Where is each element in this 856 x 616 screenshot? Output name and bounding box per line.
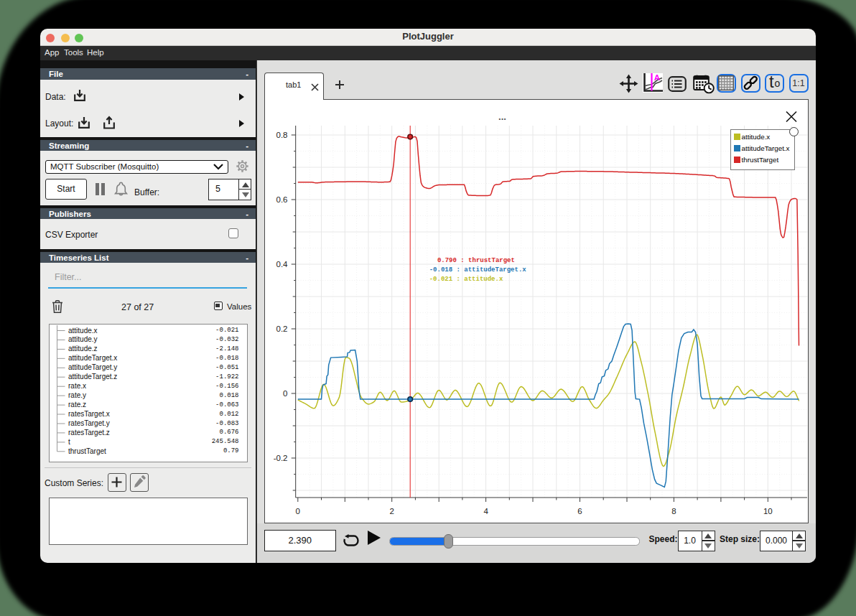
svg-text:0.6: 0.6 (276, 195, 288, 204)
svg-text:0.4: 0.4 (276, 260, 289, 269)
svg-text:-0.021 : attitude.x: -0.021 : attitude.x (429, 275, 503, 282)
svg-text:8: 8 (671, 507, 676, 515)
svg-text:0.2: 0.2 (276, 325, 288, 333)
svg-text:-0.2: -0.2 (274, 454, 288, 462)
svg-text:10: 10 (763, 507, 773, 515)
svg-text:...: ... (498, 111, 506, 122)
svg-text:0.8: 0.8 (276, 131, 288, 139)
svg-text:0: 0 (283, 389, 287, 398)
svg-text:-0.018 : attitudeTarget.x: -0.018 : attitudeTarget.x (429, 266, 527, 273)
svg-text:6: 6 (577, 507, 582, 515)
svg-text:2: 2 (389, 507, 394, 515)
svg-text:A: A (653, 73, 659, 82)
svg-text:0.790 : thrustTarget: 0.790 : thrustTarget (434, 256, 515, 263)
svg-text:0: 0 (296, 507, 300, 515)
svg-text:4: 4 (483, 507, 488, 515)
